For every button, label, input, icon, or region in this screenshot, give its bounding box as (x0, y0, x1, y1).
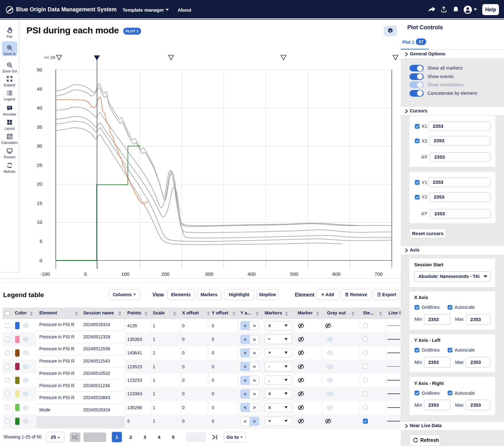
svg-text:45: 45 (37, 86, 42, 92)
svg-text:20: 20 (37, 181, 43, 187)
svg-text:15: 15 (37, 200, 42, 206)
svg-text:-100: -100 (40, 271, 50, 277)
svg-text:700: 700 (375, 271, 383, 277)
svg-text:100: 100 (121, 271, 129, 277)
svg-text:50: 50 (37, 67, 43, 72)
svg-text:40: 40 (37, 105, 43, 110)
svg-text:0: 0 (39, 258, 42, 263)
svg-text:0: 0 (84, 271, 87, 277)
svg-text:200: 200 (161, 271, 169, 277)
svg-text:25: 25 (37, 162, 42, 168)
svg-text:35: 35 (37, 124, 42, 130)
svg-text:600: 600 (332, 271, 341, 277)
svg-text:400: 400 (248, 271, 256, 277)
svg-text:<< 24: << 24 (44, 55, 55, 60)
svg-text:5: 5 (39, 239, 42, 244)
svg-text:30: 30 (37, 143, 43, 149)
svg-text:10: 10 (37, 219, 43, 225)
svg-text:500: 500 (290, 271, 298, 277)
svg-text:300: 300 (205, 271, 213, 277)
